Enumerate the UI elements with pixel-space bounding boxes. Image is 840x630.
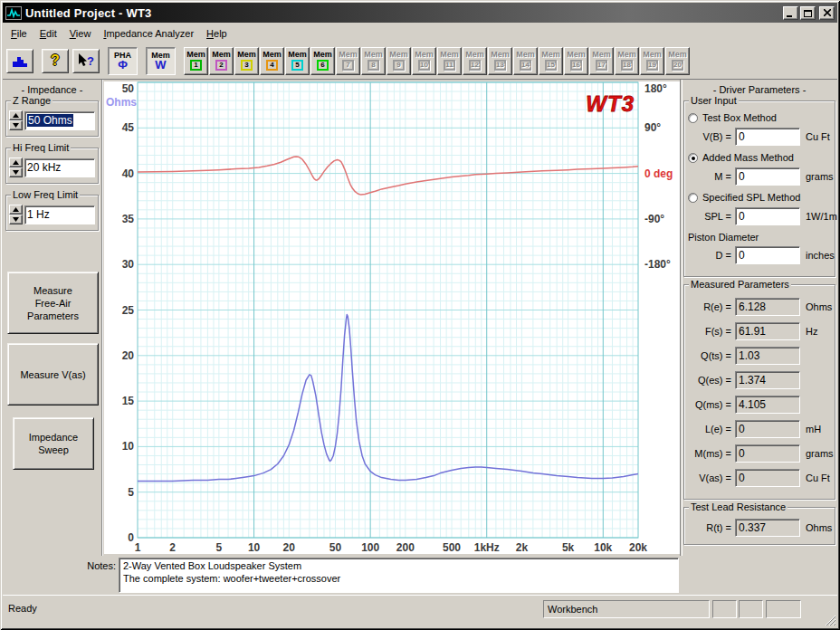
measure-vas-button[interactable]: Measure V(as) (7, 343, 99, 406)
memory-1-button[interactable]: Mem1 (184, 47, 208, 75)
help-button[interactable]: ? (42, 49, 69, 73)
memory-14-button: Mem14 (513, 47, 538, 75)
menu-item-view[interactable]: View (63, 25, 98, 42)
hi-freq-down-button[interactable] (9, 167, 23, 177)
menu-item-help[interactable]: Help (200, 25, 234, 42)
low-freq-field[interactable]: 1 Hz (24, 205, 95, 224)
svg-text:-90°: -90° (644, 213, 664, 225)
status-message: Ready (8, 603, 37, 614)
svg-text:35: 35 (122, 213, 135, 225)
measured-value-field: 1.374 (735, 371, 800, 389)
svg-text:-180°: -180° (644, 258, 671, 271)
svg-text:25: 25 (122, 304, 135, 317)
measured-value-field: 6.128 (735, 298, 800, 316)
z-range-field[interactable]: 50 Ohms (24, 111, 95, 130)
svg-text:10: 10 (122, 440, 135, 453)
memory-11-button: Mem11 (437, 47, 462, 75)
low-freq-up-button[interactable] (9, 205, 23, 215)
svg-text:2: 2 (169, 541, 176, 554)
notes-textarea[interactable]: 2-Way Vented Box Loudspeaker System The … (119, 558, 679, 593)
svg-text:500: 500 (443, 541, 461, 554)
context-help-button[interactable]: ? (72, 49, 100, 73)
input-field-spl[interactable]: 0 (735, 207, 800, 225)
minimize-button[interactable] (783, 6, 798, 20)
phase-toggle-button[interactable]: PHA Φ (108, 47, 138, 75)
menu-item-edit[interactable]: Edit (33, 25, 63, 42)
close-button[interactable] (819, 6, 835, 20)
memory-5-button[interactable]: Mem5 (285, 47, 310, 75)
svg-text:?: ? (87, 54, 94, 68)
input-field-m[interactable]: 0 (735, 167, 800, 186)
svg-text:15: 15 (122, 395, 135, 407)
measured-row: Q(es) =1.374 (688, 371, 831, 389)
svg-text:20k: 20k (629, 541, 647, 554)
radio-icon[interactable] (688, 193, 698, 203)
impedance-chart: 05101520253035404550Ohms180°90°0 deg-90°… (104, 81, 680, 554)
maximize-button[interactable] (800, 6, 816, 20)
notes-line: The complete system: woofer+tweeter+cros… (123, 572, 674, 585)
measure-free-air-button[interactable]: Measure Free-Air Parameters (7, 272, 99, 334)
z-range-up-button[interactable] (9, 110, 23, 120)
measured-value-field: 0 (735, 444, 800, 463)
svg-text:2k: 2k (516, 541, 529, 554)
resize-grip[interactable] (823, 613, 836, 626)
svg-text:10k: 10k (594, 541, 612, 554)
app-window: Untitled Project - WT3 FileEditViewImped… (0, 0, 840, 630)
radio-icon[interactable] (688, 153, 698, 163)
hi-freq-limit-group: Hi Freq Limit 20 kHz (5, 148, 99, 184)
memory-8-button: Mem8 (361, 47, 386, 75)
svg-text:1kHz: 1kHz (474, 541, 500, 554)
menu-bar: FileEditViewImpedance AnalyzerHelp (3, 24, 837, 43)
memory-3-button[interactable]: Mem3 (234, 47, 259, 75)
measured-row: Q(ts) =1.03 (688, 347, 831, 365)
title-bar: Untitled Project - WT3 (3, 3, 837, 23)
memory-13-button: Mem13 (488, 47, 512, 75)
impedance-chart-icon-button[interactable] (6, 49, 33, 73)
measured-row: R(e) =6.128Ohms (688, 298, 831, 316)
memory-15-button: Mem15 (539, 47, 563, 75)
memory-2-button[interactable]: Mem2 (209, 47, 234, 75)
input-field-vb[interactable]: 0 (735, 128, 800, 146)
hi-freq-up-button[interactable] (9, 158, 23, 167)
impedance-sweep-button[interactable]: Impedance Sweep (13, 417, 94, 470)
radio-specified-spl-method[interactable]: Specified SPL Method (688, 192, 831, 203)
rt-value-field: 0.337 (735, 519, 800, 537)
impedance-panel-title: - Impedance - (3, 84, 101, 95)
status-panel-empty (766, 600, 801, 618)
measured-row: F(s) =61.91Hz (688, 322, 831, 340)
memory-button-strip: Mem1Mem2Mem3Mem4Mem5Mem6Mem7Mem8Mem9Mem1… (184, 47, 691, 75)
low-freq-down-button[interactable] (9, 215, 23, 224)
memory-12-button: Mem12 (463, 47, 487, 75)
measured-row: Q(ms) =4.105 (688, 396, 831, 414)
svg-text:180°: 180° (644, 82, 667, 95)
svg-text:0: 0 (128, 531, 134, 544)
memory-19-button: Mem19 (640, 47, 664, 75)
cursor-help-icon: ? (77, 53, 95, 68)
memory-4-button[interactable]: Mem4 (260, 47, 284, 75)
svg-text:50: 50 (122, 82, 135, 95)
memory-10-button: Mem10 (412, 47, 436, 75)
menu-item-impedance-analyzer[interactable]: Impedance Analyzer (97, 25, 200, 42)
radio-added-mass-method[interactable]: Added Mass Method (688, 152, 831, 163)
svg-text:30: 30 (122, 258, 135, 271)
app-icon (5, 6, 22, 20)
svg-text:200: 200 (396, 541, 415, 554)
svg-text:50: 50 (329, 541, 342, 554)
phi-icon: Φ (118, 60, 128, 71)
memory-waveform-toggle-button[interactable]: Mem W (146, 47, 176, 75)
radio-test-box-method[interactable]: Test Box Method (688, 112, 831, 123)
bar-chart-icon (12, 54, 28, 68)
memory-16-button: Mem16 (564, 47, 588, 75)
hi-freq-field[interactable]: 20 kHz (24, 158, 95, 177)
measured-value-field: 0 (735, 420, 800, 438)
svg-text:5: 5 (216, 541, 223, 554)
svg-text:1: 1 (135, 541, 141, 554)
radio-icon[interactable] (688, 113, 698, 123)
memory-6-button[interactable]: Mem6 (310, 47, 335, 75)
z-range-group: Z Range 50 Ohms (5, 100, 99, 137)
menu-item-file[interactable]: File (5, 25, 33, 42)
svg-text:Ohms: Ohms (106, 96, 137, 109)
input-field-d[interactable]: 0 (735, 246, 800, 264)
driver-parameters-title: - Driver Parameters - (682, 84, 837, 95)
z-range-down-button[interactable] (9, 120, 23, 130)
